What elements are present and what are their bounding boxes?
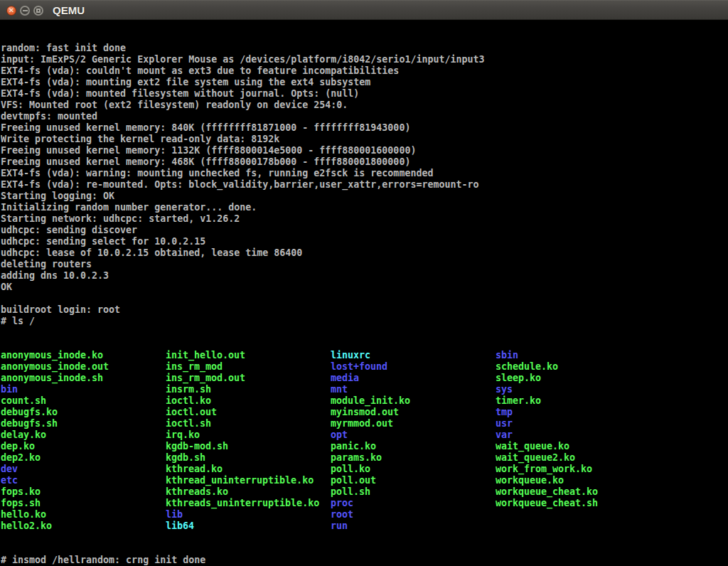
ls-entry: debugfs.ko: [1, 407, 58, 418]
ls-row: count.shioctl.komodule_init.kotimer.ko: [1, 395, 728, 407]
terminal-screen[interactable]: random: fast init doneinput: ImExPS/2 Ge…: [0, 20, 728, 566]
terminal-line: OK: [1, 282, 728, 293]
ls-entry: poll.sh: [331, 486, 370, 498]
ls-entry: ins_rm_mod.out: [166, 373, 245, 384]
ls-entry: mnt: [331, 384, 348, 395]
ls-row: bininsrm.shmntsys: [1, 384, 728, 395]
ls-entry: ioctl.out: [166, 407, 217, 418]
ls-entry: fops.ko: [1, 486, 41, 498]
boot-log: random: fast init doneinput: ImExPS/2 Ge…: [1, 43, 728, 327]
ls-entry: poll.out: [331, 475, 376, 486]
terminal-line: Starting network: udhcpc: started, v1.26…: [1, 213, 728, 225]
minimize-icon: [23, 10, 28, 11]
window-title: QEMU: [53, 1, 85, 21]
ls-row: anonymous_inode.koinit_hello.outlinuxrcs…: [1, 350, 728, 361]
terminal-line: udhcpc: sending discover: [1, 225, 728, 236]
ls-row: anonymous_inode.outins_rm_modlost+founds…: [1, 361, 728, 373]
terminal-line: adding dns 10.0.2.3: [1, 270, 728, 282]
ls-entry: timer.ko: [496, 395, 541, 407]
ls-entry: poll.ko: [331, 464, 370, 475]
ls-entry: proc: [331, 498, 353, 509]
terminal-line: udhcpc: lease of 10.0.2.15 obtained, lea…: [1, 247, 728, 259]
ls-entry: anonymous_inode.out: [1, 361, 109, 373]
ls-entry: ioctl.sh: [166, 418, 211, 429]
terminal-line: Write protecting the kernel read-only da…: [1, 134, 728, 145]
terminal-line: EXT4-fs (vda): mounting ext2 file system…: [1, 77, 728, 88]
ls-entry: wait_queue.ko: [496, 441, 569, 452]
ls-row: devkthread.kopoll.kowork_from_work.ko: [1, 464, 728, 475]
ls-entry: module_init.ko: [331, 395, 410, 407]
ls-entry: wait_queue2.ko: [496, 452, 575, 464]
terminal-line: EXT4-fs (vda): warning: mounting uncheck…: [1, 168, 728, 179]
ls-row: debugfs.shioctl.shmyrmmod.outusr: [1, 418, 728, 429]
ls-entry: bin: [1, 384, 18, 395]
ls-entry: sleep.ko: [496, 373, 541, 384]
terminal-line: Starting logging: OK: [1, 191, 728, 202]
ls-entry: debugfs.sh: [1, 418, 58, 429]
terminal-line: udhcpc: sending select for 10.0.2.15: [1, 236, 728, 247]
ls-row: etckthread_uninterruptible.kopoll.outwor…: [1, 475, 728, 486]
ls-entry: var: [496, 429, 513, 441]
terminal-line: Initializing random number generator... …: [1, 202, 728, 213]
ls-entry: kgdb.sh: [166, 452, 205, 464]
ls-entry: schedule.ko: [496, 361, 558, 373]
ls-entry: delay.ko: [1, 429, 46, 441]
ls-entry: opt: [331, 429, 348, 441]
terminal-line: # insmod /hellrandom: crng init done: [1, 555, 728, 566]
ls-row: dep2.kokgdb.shparams.kowait_queue2.ko: [1, 452, 728, 464]
ls-entry: ioctl.ko: [166, 395, 211, 407]
ls-entry: workqueue_cheat.ko: [496, 486, 598, 498]
ls-entry: kthreads_uninterruptible.ko: [166, 498, 319, 509]
ls-row: hello.kolibroot: [1, 509, 728, 520]
ls-entry: lib64: [166, 520, 194, 532]
ls-entry: workqueue.ko: [496, 475, 564, 486]
terminal-line: deleting routers: [1, 259, 728, 270]
ls-entry: dev: [1, 464, 18, 475]
ls-row: debugfs.koioctl.outmyinsmod.outtmp: [1, 407, 728, 418]
terminal-line: [1, 293, 728, 304]
minimize-button[interactable]: [20, 6, 30, 16]
ls-entry: dep.ko: [1, 441, 35, 452]
ls-entry: lost+found: [331, 361, 387, 373]
ls-output: anonymous_inode.koinit_hello.outlinuxrcs…: [1, 350, 728, 532]
ls-entry: kthread_uninterruptible.ko: [166, 475, 314, 486]
ls-entry: kthread.ko: [166, 464, 223, 475]
ls-entry: kthreads.ko: [166, 486, 228, 498]
terminal-line: EXT4-fs (vda): mounted filesystem withou…: [1, 88, 728, 100]
ls-entry: dep2.ko: [1, 452, 41, 464]
ls-entry: myinsmod.out: [331, 407, 399, 418]
ls-row: delay.koirq.kooptvar: [1, 429, 728, 441]
ls-entry: root: [331, 509, 353, 520]
ls-entry: init_hello.out: [166, 350, 245, 361]
ls-entry: kgdb-mod.sh: [166, 441, 228, 452]
ls-entry: ins_rm_mod: [166, 361, 223, 373]
ls-row: fops.shkthreads_uninterruptible.koprocwo…: [1, 498, 728, 509]
shell-tail: # insmod /hellrandom: crng init done# in…: [1, 555, 728, 566]
ls-entry: tmp: [496, 407, 513, 418]
ls-entry: hello.ko: [1, 509, 46, 520]
ls-entry: hello2.ko: [1, 520, 52, 532]
terminal-line: buildroot login: root: [1, 304, 728, 316]
ls-entry: media: [331, 373, 359, 384]
terminal-line: Freeing unused kernel memory: 468K (ffff…: [1, 156, 728, 168]
ls-row: anonymous_inode.shins_rm_mod.outmediasle…: [1, 373, 728, 384]
ls-row: hello2.kolib64run: [1, 520, 728, 532]
titlebar: ✕ QEMU: [0, 0, 728, 20]
ls-entry: work_from_work.ko: [496, 464, 592, 475]
ls-entry: etc: [1, 475, 18, 486]
terminal-line: EXT4-fs (vda): re-mounted. Opts: block_v…: [1, 179, 728, 191]
terminal-line: random: fast init done: [1, 43, 728, 54]
ls-entry: sbin: [496, 350, 518, 361]
terminal-line: # ls /: [1, 316, 728, 327]
ls-entry: run: [331, 520, 348, 532]
close-button[interactable]: ✕: [6, 6, 16, 16]
ls-entry: anonymous_inode.sh: [1, 373, 103, 384]
ls-entry: linuxrc: [331, 350, 370, 361]
ls-entry: usr: [496, 418, 513, 429]
qemu-window: ✕ QEMU random: fast init doneinput: ImEx…: [0, 0, 728, 566]
ls-entry: workqueue_cheat.sh: [496, 498, 598, 509]
ls-entry: myrmmod.out: [331, 418, 393, 429]
terminal-line: Freeing unused kernel memory: 840K (ffff…: [1, 122, 728, 134]
maximize-button[interactable]: [33, 6, 43, 16]
terminal-line: Freeing unused kernel memory: 1132K (fff…: [1, 145, 728, 156]
